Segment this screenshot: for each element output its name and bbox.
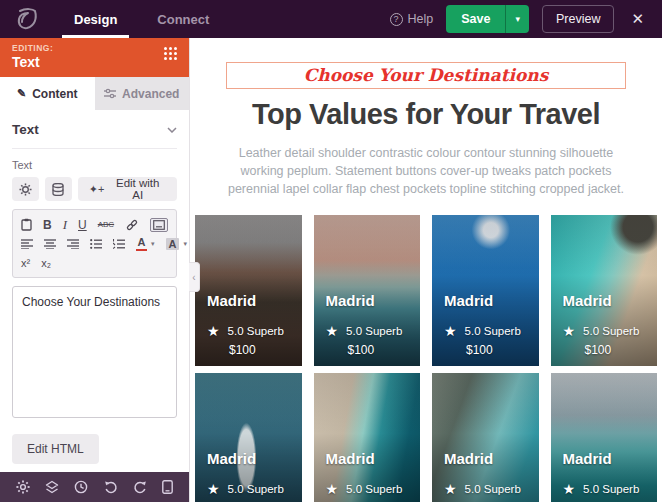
star-icon: ★ <box>207 482 220 496</box>
card-title: Madrid <box>326 292 415 309</box>
text-content-textarea[interactable]: Choose Your Destinations <box>12 286 177 418</box>
card-title: Madrid <box>444 450 533 467</box>
editing-panel-header: EDITING: Text <box>0 38 189 77</box>
text-color-button[interactable]: A <box>136 237 147 251</box>
ai-toolbar: ✦+ Edit with AI <box>12 177 177 201</box>
help-icon: ? <box>390 13 403 26</box>
paste-button[interactable] <box>21 218 32 231</box>
global-settings-button[interactable] <box>16 480 30 494</box>
revision-history-button[interactable] <box>74 480 88 494</box>
redo-button[interactable] <box>133 480 147 494</box>
destination-card[interactable]: Madrid ★5.0 Superb $100 <box>432 373 539 502</box>
dynamic-data-button[interactable] <box>45 177 72 201</box>
destination-card[interactable]: Madrid ★5.0 Superb $100 <box>314 215 421 366</box>
bullet-list-icon <box>90 239 102 249</box>
card-rating-text: 5.0 Superb <box>228 483 284 495</box>
card-price: $100 <box>229 343 296 357</box>
star-icon: ★ <box>563 482 576 496</box>
drag-handle-icon[interactable] <box>164 47 177 60</box>
tab-content[interactable]: ✎ Content <box>0 77 95 110</box>
destination-card[interactable]: Madrid ★5.0 Superb $100 <box>195 373 302 502</box>
sidebar-collapse-handle[interactable]: ‹ <box>189 262 200 292</box>
align-right-icon <box>67 239 79 249</box>
destination-card[interactable]: Madrid ★5.0 Superb $100 <box>314 373 421 502</box>
card-content: Madrid ★5.0 Superb $100 <box>563 450 652 502</box>
star-icon: ★ <box>326 482 339 496</box>
align-left-button[interactable] <box>21 239 33 249</box>
align-center-icon <box>44 239 56 249</box>
help-button[interactable]: ? Help <box>390 12 434 26</box>
text-section-header[interactable]: Text <box>12 110 177 149</box>
panel-body: Text Text <box>0 110 189 472</box>
editing-widget-name: Text <box>12 54 177 70</box>
pencil-icon: ✎ <box>17 87 26 100</box>
card-rating-text: 5.0 Superb <box>583 325 639 337</box>
highlight-color-button[interactable]: A <box>166 238 180 250</box>
star-icon: ★ <box>563 324 576 338</box>
layers-button[interactable] <box>45 480 59 494</box>
save-dropdown-caret[interactable]: ▾ <box>505 5 529 33</box>
app-logo <box>0 0 54 38</box>
edit-with-ai-label: Edit with AI <box>109 177 166 201</box>
card-content: Madrid ★5.0 Superb $100 <box>563 292 652 357</box>
tab-connect[interactable]: Connect <box>137 0 229 38</box>
edit-with-ai-button[interactable]: ✦+ Edit with AI <box>78 177 177 201</box>
fullscreen-editor-button[interactable] <box>150 218 168 232</box>
gear-icon <box>16 480 30 494</box>
align-right-button[interactable] <box>67 239 79 249</box>
card-content: Madrid ★5.0 Superb $100 <box>326 450 415 502</box>
edit-html-button[interactable]: Edit HTML <box>12 434 99 464</box>
chevron-left-icon: ‹ <box>192 272 195 283</box>
close-icon[interactable]: ✕ <box>627 10 648 28</box>
tab-advanced[interactable]: Advanced <box>95 77 190 110</box>
italic-button[interactable]: I <box>63 217 67 233</box>
top-bar: Design Connect ? Help Save ▾ Preview ✕ <box>0 0 662 38</box>
save-button[interactable]: Save <box>446 5 505 33</box>
strikethrough-button[interactable]: ABC <box>98 220 114 229</box>
card-title: Madrid <box>563 292 652 309</box>
card-price: $100 <box>348 343 415 357</box>
page-heading[interactable]: Top Values for Your Travel <box>190 98 662 131</box>
bold-button[interactable]: B <box>43 218 52 232</box>
layers-icon <box>45 480 59 494</box>
align-center-button[interactable] <box>44 239 56 249</box>
link-button[interactable] <box>125 218 139 232</box>
card-content: Madrid ★5.0 Superb $100 <box>444 450 533 502</box>
align-left-icon <box>21 239 33 249</box>
seedprod-leaf-icon <box>16 7 38 31</box>
tab-design[interactable]: Design <box>54 0 137 38</box>
ai-sparkle-icon: ✦+ <box>89 183 105 196</box>
database-icon <box>52 183 64 196</box>
history-clock-icon <box>74 480 88 494</box>
highlight-color-caret-icon[interactable]: ▾ <box>183 240 187 248</box>
mobile-preview-button[interactable] <box>162 480 173 494</box>
card-title: Madrid <box>207 450 296 467</box>
text-color-caret-icon[interactable]: ▾ <box>151 240 155 248</box>
save-button-group: Save ▾ <box>446 5 529 33</box>
destination-card[interactable]: Madrid ★5.0 Superb $100 <box>195 215 302 366</box>
card-rating-text: 5.0 Superb <box>346 483 402 495</box>
chevron-down-icon <box>167 127 177 133</box>
tab-connect-label: Connect <box>157 12 209 27</box>
subscript-button[interactable]: x₂ <box>41 257 51 269</box>
card-rating-text: 5.0 Superb <box>228 325 284 337</box>
bullet-list-button[interactable] <box>90 239 102 249</box>
superscript-button[interactable]: x² <box>21 257 30 269</box>
destination-card[interactable]: Madrid ★5.0 Superb $100 <box>551 215 658 366</box>
sidebar-footer-toolbar <box>0 472 189 502</box>
selected-text-widget[interactable]: Choose Your Destinations <box>226 62 626 89</box>
redo-icon <box>133 480 147 494</box>
page-paragraph[interactable]: Leather detail shoulder contrastic colou… <box>222 144 630 198</box>
underline-button[interactable]: U <box>78 218 87 232</box>
rich-text-toolbar: B I U ABC <box>12 209 177 278</box>
destination-card[interactable]: Madrid ★5.0 Superb $100 <box>551 373 658 502</box>
destination-card[interactable]: Madrid ★5.0 Superb $100 <box>432 215 539 366</box>
card-rating-text: 5.0 Superb <box>583 483 639 495</box>
numbered-list-button[interactable] <box>113 239 125 249</box>
undo-button[interactable] <box>104 480 118 494</box>
preview-button[interactable]: Preview <box>542 5 614 33</box>
settings-sidebar: EDITING: Text ✎ Content Advanced <box>0 38 190 502</box>
tab-content-label: Content <box>32 87 77 101</box>
card-content: Madrid ★5.0 Superb $100 <box>326 292 415 357</box>
smart-tags-button[interactable] <box>12 177 39 201</box>
